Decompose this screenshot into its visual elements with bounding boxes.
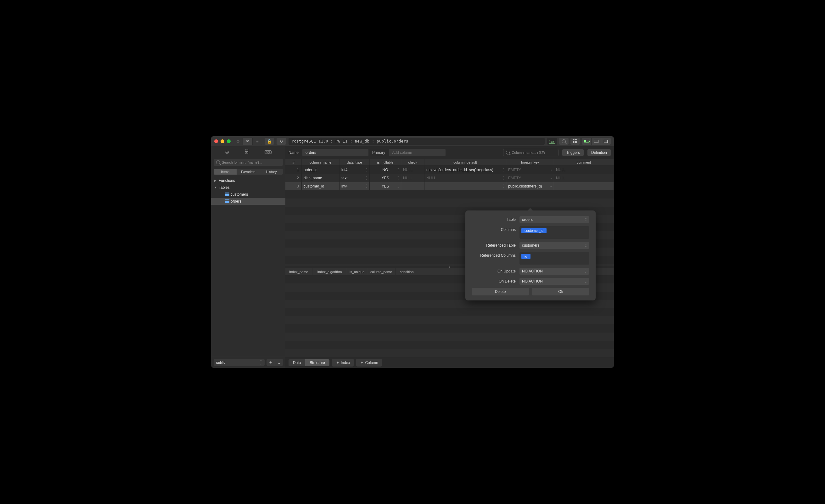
triggers-button[interactable]: Triggers — [562, 149, 584, 156]
home-icon[interactable]: ⊕ — [225, 149, 229, 155]
stepper-icon[interactable] — [502, 167, 505, 172]
cancel-icon[interactable]: ⊘ — [233, 138, 243, 145]
definition-button[interactable]: Definition — [587, 149, 611, 156]
on-delete-label: On Delete — [472, 278, 516, 283]
breadcrumb[interactable]: PostgreSQL 11.0 : PG 11 : new_db : publi… — [289, 138, 545, 145]
on-update-label: On Update — [472, 268, 516, 273]
view-segment: Data Structure — [289, 359, 329, 366]
tree-item-orders[interactable]: orders — [211, 198, 285, 205]
ref-table-label: Referenced Table — [472, 242, 516, 247]
titlebar: ⊘ 👁 ≡ 🔓 ↻ PostgreSQL 11.0 : PG 11 : new_… — [211, 136, 614, 146]
eye-icon[interactable]: 👁 — [243, 138, 252, 145]
seg-data[interactable]: Data — [289, 359, 305, 366]
grid-header: # column_name data_type is_nullable chec… — [285, 159, 614, 166]
col-comment[interactable]: comment — [554, 159, 614, 165]
col-fk[interactable]: foreign_key — [506, 159, 554, 165]
col-type[interactable]: data_type — [340, 159, 370, 165]
refresh-icon[interactable]: ↻ — [277, 138, 286, 145]
stepper-icon[interactable] — [366, 167, 369, 172]
sql-icon[interactable]: SQL — [265, 150, 272, 154]
schema-select[interactable]: public ⌃⌄ — [214, 359, 265, 366]
table-row[interactable]: 2 dish_name text YES NULL NULL EMPTY→ NU… — [285, 174, 614, 182]
tree-tables[interactable]: ▼ Tables — [211, 184, 285, 191]
close-window-button[interactable] — [214, 139, 218, 143]
delete-button[interactable]: Delete — [472, 288, 529, 295]
add-menu-button[interactable]: ⌄ — [275, 359, 283, 366]
columns-label: Columns — [472, 226, 516, 232]
column-tag[interactable]: customer_id — [521, 228, 546, 233]
on-delete-select[interactable]: NO ACTION⌃⌄ — [520, 278, 589, 285]
battery-icon — [582, 138, 591, 145]
chevron-right-icon: ▶ — [214, 179, 217, 182]
list-icon[interactable]: ≡ — [253, 138, 262, 145]
arrow-right-icon: → — [549, 168, 552, 172]
add-index-button[interactable]: ＋Index — [332, 359, 354, 366]
table-select[interactable]: orders⌃⌄ — [520, 216, 589, 223]
panel-right-icon[interactable] — [601, 138, 611, 145]
app-window: ⊘ 👁 ≡ 🔓 ↻ PostgreSQL 11.0 : PG 11 : new_… — [211, 136, 614, 368]
ref-table-select[interactable]: customers⌃⌄ — [520, 242, 589, 249]
ref-column-tag[interactable]: id — [521, 254, 530, 259]
window-controls — [214, 139, 231, 143]
panel-bottom-icon[interactable] — [592, 138, 601, 145]
arrow-right-icon: → — [549, 176, 552, 180]
bottombar: Data Structure ＋Index ＋Column — [285, 357, 614, 368]
table-icon — [225, 193, 229, 196]
col-nullable[interactable]: is_nullable — [370, 159, 401, 165]
sidebar-tabs: Items Favorites History — [214, 169, 283, 174]
name-label: Name — [289, 150, 299, 155]
foreign-key-popover: Table orders⌃⌄ Columns customer_id Refer… — [465, 210, 596, 300]
name-input[interactable] — [302, 149, 368, 156]
tree-item-customers[interactable]: customers — [211, 191, 285, 198]
tree-functions[interactable]: ▶ Functions — [211, 177, 285, 184]
tab-items[interactable]: Items — [214, 169, 237, 174]
sidebar-search-placeholder: Search for item: ^name$... — [222, 160, 262, 164]
primary-label: Primary — [372, 150, 385, 155]
seg-structure[interactable]: Structure — [305, 359, 329, 366]
stepper-icon[interactable] — [397, 175, 400, 181]
chevron-updown-icon: ⌃⌄ — [585, 280, 587, 283]
column-search[interactable]: Column name... (⌘F) — [503, 149, 558, 156]
add-column-button[interactable]: ＋Column — [356, 359, 382, 366]
main-toolbar: Name Primary Column name... (⌘F) Trigger… — [285, 146, 614, 159]
stepper-icon[interactable] — [502, 175, 505, 181]
col-name[interactable]: column_name — [302, 159, 340, 165]
col-check[interactable]: check — [401, 159, 425, 165]
search-icon[interactable] — [559, 138, 569, 145]
stepper-icon[interactable] — [397, 167, 400, 172]
stepper-icon[interactable] — [366, 175, 369, 181]
table-icon — [225, 200, 229, 203]
minimize-window-button[interactable] — [221, 139, 224, 143]
chevron-down-icon: ▼ — [214, 186, 217, 189]
on-update-select[interactable]: NO ACTION⌃⌄ — [520, 268, 589, 275]
col-idx[interactable]: # — [285, 159, 302, 165]
stepper-icon[interactable] — [366, 184, 369, 189]
chevron-updown-icon: ⌃⌄ — [260, 360, 262, 365]
add-button[interactable]: ＋ — [267, 359, 275, 366]
arrow-right-icon: → — [549, 185, 552, 188]
tab-history[interactable]: History — [260, 169, 283, 174]
columns-tags[interactable]: customer_id — [520, 226, 589, 239]
chevron-updown-icon: ⌃⌄ — [585, 218, 587, 221]
grid-icon[interactable] — [571, 138, 580, 145]
ok-button[interactable]: Ok — [532, 288, 589, 295]
table-label: Table — [472, 216, 516, 222]
search-icon — [216, 160, 220, 164]
table-row[interactable]: 3 customer_id int4 YES public.customers(… — [285, 182, 614, 190]
stepper-icon[interactable] — [502, 184, 505, 189]
primary-input[interactable] — [389, 149, 446, 156]
lock-icon[interactable]: 🔓 — [265, 138, 274, 145]
col-default[interactable]: column_default — [425, 159, 506, 165]
ref-columns-label: Referenced Columns — [472, 252, 516, 258]
database-icon[interactable]: 🗄 — [244, 149, 249, 155]
loc-badge: loc — [547, 138, 557, 145]
stepper-icon[interactable] — [397, 184, 400, 189]
sidebar-search[interactable]: Search for item: ^name$... — [214, 159, 283, 166]
search-icon — [506, 151, 510, 154]
chevron-updown-icon: ⌃⌄ — [585, 270, 587, 273]
ref-columns-tags[interactable]: id — [520, 252, 589, 265]
maximize-window-button[interactable] — [227, 139, 231, 143]
table-row[interactable]: 1 order_id int4 NO NULL nextval('orders_… — [285, 166, 614, 174]
tab-favorites[interactable]: Favorites — [237, 169, 259, 174]
chevron-updown-icon: ⌃⌄ — [585, 244, 587, 247]
